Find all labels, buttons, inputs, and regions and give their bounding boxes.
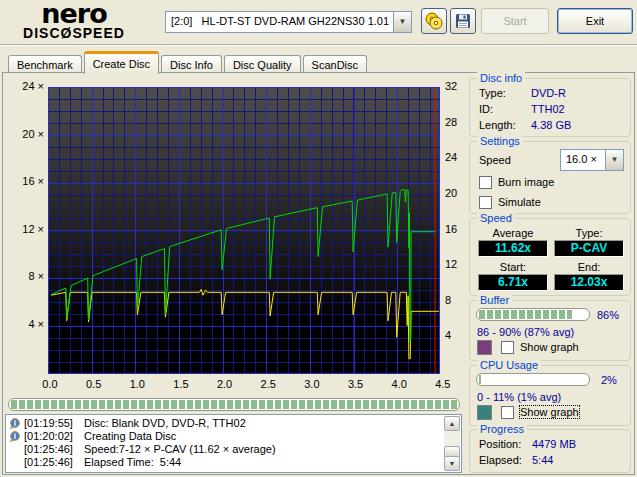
- disc-info-title: Disc info: [477, 72, 525, 84]
- log-message: Creating Data Disc: [84, 430, 176, 443]
- disc-id-label: ID:: [479, 103, 493, 115]
- cpu-usage-groupbox: CPU Usage 2% 0 - 11% (1% avg) Show graph: [469, 365, 631, 426]
- info-balloon-icon: [9, 457, 24, 469]
- chevron-down-icon[interactable]: ▼: [605, 150, 623, 170]
- start-speed-display: 6.71x: [478, 274, 548, 291]
- log-row: [01:20:02] Creating Data Disc: [9, 430, 458, 443]
- average-speed-display: 11.62x: [478, 240, 548, 257]
- position-value: 4479 MB: [532, 438, 576, 450]
- speed-type-label: Type:: [554, 227, 624, 239]
- chevron-down-icon[interactable]: ▼: [393, 12, 411, 32]
- cpu-show-graph-checkbox[interactable]: [501, 406, 514, 419]
- eject-disc-button[interactable]: [421, 8, 447, 34]
- log-row: [01:25:46] Elapsed Time: 5:44: [9, 456, 458, 469]
- exit-button[interactable]: Exit: [557, 8, 633, 34]
- y-axis-left-tick: 24 ×: [4, 80, 44, 92]
- log-scrollbar[interactable]: ▲ ▼: [444, 416, 460, 471]
- settings-groupbox: Settings Speed 16.0 × ▼ Burn image Simul…: [469, 141, 631, 214]
- log-timestamp: [01:25:46]: [24, 443, 84, 456]
- log-message: Disc: Blank DVD, DVD-R, TTH02: [84, 417, 246, 430]
- buffer-level-bar: [476, 308, 590, 321]
- y-axis-left-tick: 20 ×: [4, 128, 44, 140]
- position-label: Position:: [479, 438, 521, 450]
- x-axis-tick: 4.0: [384, 378, 414, 390]
- logo-discspeed-text: DISCØSPEED: [6, 26, 142, 41]
- y-axis-left-tick: 8 ×: [4, 270, 44, 282]
- cpu-color-swatch: [477, 405, 492, 420]
- log-row: [01:25:46] Speed:7-12 × P-CAV (11.62 × a…: [9, 443, 458, 456]
- y-axis-left-tick: 4 ×: [4, 318, 44, 330]
- start-speed-label: Start:: [478, 261, 548, 273]
- end-speed-display: 12.03x: [554, 274, 624, 291]
- scroll-down-icon[interactable]: ▼: [444, 456, 460, 471]
- info-balloon-icon: [9, 444, 24, 456]
- save-button[interactable]: [450, 8, 476, 34]
- buffer-level-fill: [479, 310, 572, 319]
- speed-select-value: 16.0 ×: [561, 150, 605, 170]
- disc-icon: [424, 11, 444, 31]
- x-axis-tick: 3.0: [297, 378, 327, 390]
- logo-nero-text: nero: [6, 2, 142, 26]
- nero-discspeed-logo: nero DISCØSPEED: [6, 2, 142, 41]
- log-timestamp: [01:19:55]: [24, 417, 84, 430]
- burn-progress-bar: [8, 398, 460, 411]
- speed-groupbox: Speed Average Type: 11.62x P-CAV Start: …: [469, 218, 631, 296]
- info-balloon-icon: [9, 418, 24, 430]
- log-timestamp: [01:20:02]: [24, 430, 84, 443]
- disc-length-label: Length:: [479, 119, 516, 131]
- log-message: Elapsed Time: 5:44: [84, 456, 181, 469]
- y-axis-left-tick: 12 ×: [4, 223, 44, 235]
- average-speed-label: Average: [478, 227, 548, 239]
- event-log: [01:19:55] Disc: Blank DVD, DVD-R, TTH02…: [5, 414, 462, 473]
- tab-strip: Benchmark Create Disc Disc Info Disc Qua…: [8, 51, 369, 74]
- cpu-usage-title: CPU Usage: [477, 359, 541, 371]
- write-speed-graph: [48, 87, 440, 374]
- burn-image-checkbox[interactable]: [479, 176, 492, 189]
- drive-selector-dropdown[interactable]: [2:0] HL-DT-ST DVD-RAM GH22NS30 1.01 ▼: [165, 11, 412, 33]
- scroll-up-icon[interactable]: ▲: [444, 416, 460, 431]
- start-button[interactable]: Start: [481, 8, 549, 34]
- tab-create-disc[interactable]: Create Disc: [84, 51, 159, 74]
- cpu-usage-fill: [479, 375, 481, 384]
- elapsed-label: Elapsed:: [479, 454, 522, 466]
- buffer-title: Buffer: [477, 294, 512, 306]
- buffer-range: 86 - 90% (87% avg): [477, 326, 574, 338]
- toolbar-separator: [0, 44, 637, 46]
- x-axis-tick: 4.5: [428, 378, 458, 390]
- end-speed-label: End:: [554, 261, 624, 273]
- buffer-show-graph-label: Show graph: [520, 341, 579, 353]
- x-axis-tick: 0.0: [35, 378, 65, 390]
- x-axis-tick: 0.5: [79, 378, 109, 390]
- save-icon: [455, 13, 471, 29]
- info-balloon-icon: [9, 431, 24, 443]
- burn-image-label: Burn image: [498, 176, 554, 188]
- buffer-color-swatch: [477, 340, 492, 355]
- x-axis-tick: 1.5: [166, 378, 196, 390]
- disc-info-groupbox: Disc info Type: DVD-R ID: TTH02 Length: …: [469, 78, 631, 137]
- cpu-percent: 2%: [601, 374, 617, 386]
- settings-title: Settings: [477, 135, 523, 147]
- disc-type-value: DVD-R: [531, 87, 566, 99]
- cpu-usage-bar: [476, 373, 590, 386]
- cpu-range: 0 - 11% (1% avg): [477, 391, 561, 403]
- progress-title: Progress: [477, 423, 527, 435]
- write-speed-line: [51, 190, 435, 343]
- log-message: Speed:7-12 × P-CAV (11.62 × average): [84, 443, 276, 456]
- disc-type-label: Type:: [479, 87, 506, 99]
- x-axis-tick: 2.5: [253, 378, 283, 390]
- x-axis-tick: 3.5: [341, 378, 371, 390]
- buffer-groupbox: Buffer 86% 86 - 90% (87% avg) Show graph: [469, 300, 631, 361]
- buffer-percent: 86%: [597, 309, 619, 321]
- speed-setting-label: Speed: [479, 154, 511, 166]
- progress-groupbox: Progress Position: 4479 MB Elapsed: 5:44: [469, 429, 631, 473]
- simulate-checkbox[interactable]: [479, 196, 492, 209]
- buffer-show-graph-checkbox[interactable]: [501, 341, 514, 354]
- simulate-label: Simulate: [498, 196, 541, 208]
- speed-select[interactable]: 16.0 × ▼: [560, 149, 624, 171]
- elapsed-value: 5:44: [532, 454, 553, 466]
- speed-type-display: P-CAV: [554, 240, 624, 257]
- x-axis-tick: 1.0: [122, 378, 152, 390]
- log-row: [01:19:55] Disc: Blank DVD, DVD-R, TTH02: [9, 417, 458, 430]
- rotation-speed-line: [51, 289, 439, 359]
- cpu-show-graph-label: Show graph: [520, 406, 579, 418]
